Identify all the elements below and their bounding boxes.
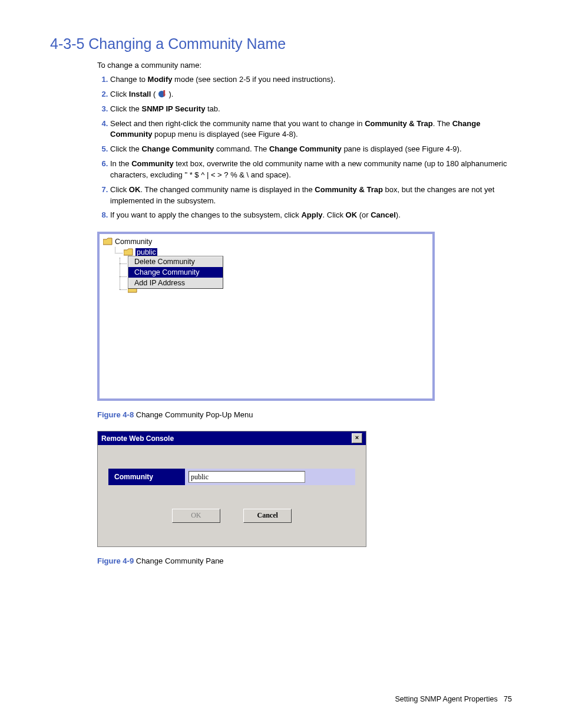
step-1: Change to Modify mode (see section 2-5 i…: [110, 74, 512, 85]
intro-text: To change a community name:: [97, 61, 512, 70]
cancel-button[interactable]: Cancel: [243, 509, 292, 523]
menu-delete-community[interactable]: Delete Community: [128, 256, 223, 267]
section-heading: 4-3-5 Changing a Community Name: [50, 35, 512, 52]
steps-list: Change to Modify mode (see section 2-5 i…: [97, 74, 512, 221]
step-4: Select and then right-click the communit…: [110, 118, 512, 141]
svg-rect-1: [163, 90, 165, 95]
step-5: Click the Change Community command. The …: [110, 144, 512, 155]
menu-add-ip[interactable]: Add IP Address: [128, 278, 223, 288]
figure-4-9-caption: Figure 4-9 Change Community Pane: [97, 556, 512, 565]
community-input[interactable]: [189, 471, 305, 483]
context-menu: Delete Community Change Community Add IP…: [128, 256, 223, 289]
step-6: In the Community text box, overwrite the…: [110, 159, 512, 181]
install-icon: [158, 90, 167, 98]
page-footer: Setting SNMP Agent Properties 75: [395, 695, 513, 703]
close-button[interactable]: ×: [352, 433, 362, 443]
tree-root-label[interactable]: Community: [115, 238, 152, 246]
figure-4-8-caption: Figure 4-8 Change Community Pop-Up Menu: [97, 410, 512, 419]
dialog-title: Remote Web Console: [101, 434, 174, 443]
step-2: Click Install ( ).: [110, 89, 512, 100]
community-label: Community: [108, 469, 185, 485]
folder-icon: [124, 248, 133, 256]
figure-4-8-popup-screenshot: Community public: [97, 232, 435, 401]
step-8: If you want to apply the changes to the …: [110, 210, 512, 221]
ok-button[interactable]: OK: [172, 509, 220, 523]
tree-node-public[interactable]: public: [135, 248, 157, 256]
step-7: Click OK. The changed community name is …: [110, 185, 512, 207]
step-3: Click the SNMP IP Security tab.: [110, 104, 512, 115]
dialog-titlebar: Remote Web Console ×: [98, 431, 366, 445]
figure-4-9-dialog-screenshot: Remote Web Console × Community OK Cancel: [97, 431, 366, 547]
folder-icon: [103, 238, 113, 246]
menu-change-community[interactable]: Change Community: [128, 267, 223, 278]
community-input-cell: [185, 469, 355, 485]
